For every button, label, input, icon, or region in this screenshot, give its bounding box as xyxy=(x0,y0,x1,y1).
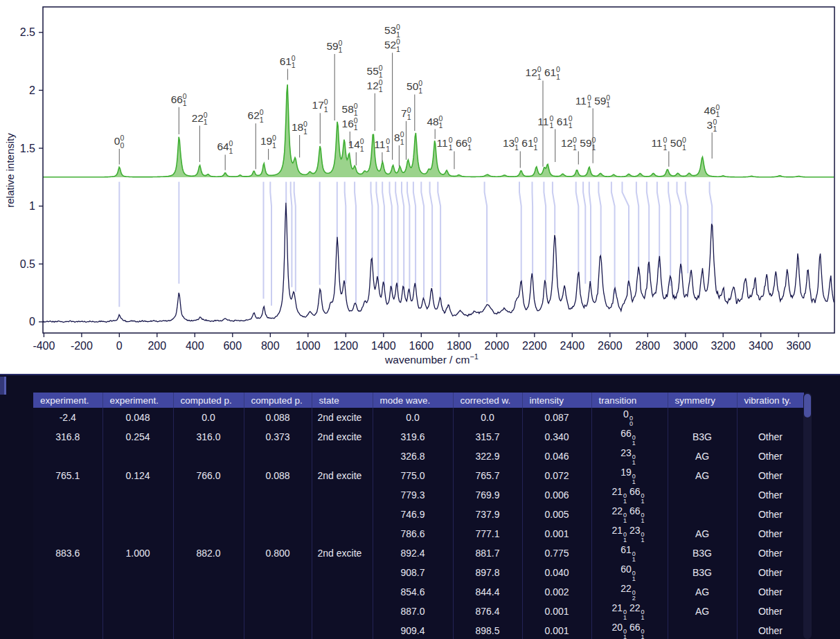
cell: 0.775 xyxy=(522,543,591,563)
cell: -2.4 xyxy=(33,408,102,427)
svg-text:1: 1 xyxy=(272,141,276,150)
cell xyxy=(33,485,102,505)
table-scrollbar-thumb[interactable] xyxy=(804,394,811,417)
svg-text:-400: -400 xyxy=(33,340,55,352)
svg-text:3600: 3600 xyxy=(786,340,811,352)
cell xyxy=(102,602,173,621)
cell xyxy=(312,582,373,602)
column-header-8[interactable]: transition xyxy=(591,393,668,408)
column-header-5[interactable]: mode wave. xyxy=(373,393,453,408)
column-header-4[interactable]: state xyxy=(312,393,373,408)
table-row[interactable]: 854.6844.40.0022202AGOther xyxy=(33,582,804,602)
svg-text:3: 3 xyxy=(707,119,713,131)
svg-text:0: 0 xyxy=(114,135,120,147)
cell: 0.001 xyxy=(522,524,591,543)
cell: 854.6 xyxy=(373,582,453,602)
cell: 20016601 xyxy=(591,621,668,639)
cell: 322.9 xyxy=(453,447,522,466)
cell xyxy=(312,447,373,466)
table-row[interactable]: 746.9737.90.00522016601Other xyxy=(33,505,804,524)
cell xyxy=(173,563,244,582)
cell: B3G xyxy=(668,563,737,582)
cell: 2nd excite xyxy=(312,427,373,447)
svg-text:2: 2 xyxy=(29,84,35,96)
cell xyxy=(244,582,312,602)
cell xyxy=(102,524,173,543)
svg-text:1: 1 xyxy=(467,143,472,152)
svg-text:61: 61 xyxy=(521,137,533,149)
cell: 0.072 xyxy=(522,466,591,485)
cell xyxy=(312,602,373,621)
cell: 0.046 xyxy=(522,447,591,466)
column-header-9[interactable]: symmetry xyxy=(668,393,737,408)
column-header-2[interactable]: computed p. xyxy=(173,393,244,408)
cell: Other xyxy=(737,447,804,466)
cell: Other xyxy=(737,466,804,485)
cell: 0.087 xyxy=(522,408,591,427)
column-header-1[interactable]: experiment. xyxy=(102,393,173,408)
svg-text:0: 0 xyxy=(116,340,123,352)
svg-text:1000: 1000 xyxy=(296,340,321,352)
panel-corner-accent xyxy=(0,377,6,395)
table-row[interactable]: 883.61.000882.00.8002nd excite892.4881.7… xyxy=(33,543,804,563)
column-header-3[interactable]: computed p. xyxy=(244,393,312,408)
cell xyxy=(244,602,312,621)
cell xyxy=(668,408,737,427)
svg-text:61: 61 xyxy=(557,116,569,127)
cell: 898.5 xyxy=(453,621,522,639)
cell xyxy=(102,485,173,505)
cell: 0.006 xyxy=(522,485,591,505)
svg-text:50: 50 xyxy=(406,80,419,92)
svg-text:1200: 1200 xyxy=(334,340,359,352)
cell: 0.005 xyxy=(522,505,591,524)
table-row[interactable]: 765.10.124766.00.0882nd excite775.0765.7… xyxy=(33,466,804,485)
cell: B3G xyxy=(668,543,737,563)
svg-text:2000: 2000 xyxy=(485,340,510,352)
svg-text:48: 48 xyxy=(427,116,439,127)
cell: 21012201 xyxy=(591,602,668,621)
cell: 0.0 xyxy=(373,408,453,427)
table-row[interactable]: 909.4898.50.00120016601Other xyxy=(33,621,804,639)
cell xyxy=(173,447,244,466)
cell: 0.048 xyxy=(102,408,173,427)
table-row[interactable]: 326.8322.90.0462301AGOther xyxy=(33,447,804,466)
svg-text:2400: 2400 xyxy=(560,340,585,352)
svg-text:59: 59 xyxy=(594,95,606,107)
svg-text:2.5: 2.5 xyxy=(20,26,35,38)
svg-text:1: 1 xyxy=(379,85,383,93)
spectrum-plot[interactable]: 0006601220164016201190161011801170159015… xyxy=(0,0,840,374)
table-row[interactable]: 887.0876.40.00121012201AGOther xyxy=(33,602,804,621)
table-row[interactable]: 786.6777.10.00121012301AGOther xyxy=(33,524,804,543)
cell xyxy=(173,621,244,639)
table-row[interactable]: 779.3769.90.00621016601Other xyxy=(33,485,804,505)
cell: Other xyxy=(737,505,804,524)
svg-text:0: 0 xyxy=(29,316,35,327)
svg-text:1: 1 xyxy=(324,105,328,114)
cell: Other xyxy=(737,485,804,505)
cell xyxy=(33,447,102,466)
column-header-0[interactable]: experiment. xyxy=(33,393,102,408)
svg-text:11: 11 xyxy=(537,116,548,127)
table-row[interactable]: -2.40.0480.00.0882nd excite0.00.00.08700… xyxy=(33,408,804,427)
table-row[interactable]: 908.7897.80.0406001B3GOther xyxy=(33,563,804,582)
svg-text:18: 18 xyxy=(292,121,303,133)
cell: Other xyxy=(737,524,804,543)
cell xyxy=(102,505,173,524)
svg-text:59: 59 xyxy=(580,137,591,149)
column-header-10[interactable]: vibration ty. xyxy=(737,393,804,408)
svg-text:66: 66 xyxy=(456,137,467,149)
cell: 765.1 xyxy=(33,466,102,485)
column-header-7[interactable]: intensity xyxy=(522,393,591,408)
table-row[interactable]: 316.80.254316.00.3732nd excite319.6315.7… xyxy=(33,427,804,447)
svg-text:1: 1 xyxy=(292,61,296,69)
svg-text:12: 12 xyxy=(367,80,379,91)
svg-text:400: 400 xyxy=(186,340,204,352)
table-scrollbar[interactable] xyxy=(803,393,812,639)
svg-text:1: 1 xyxy=(549,121,553,129)
cell xyxy=(102,447,173,466)
svg-text:1800: 1800 xyxy=(447,340,472,352)
svg-text:1: 1 xyxy=(713,125,717,133)
cell: 6001 xyxy=(591,563,668,582)
svg-text:11: 11 xyxy=(437,137,448,149)
column-header-6[interactable]: corrected w. xyxy=(453,393,522,408)
